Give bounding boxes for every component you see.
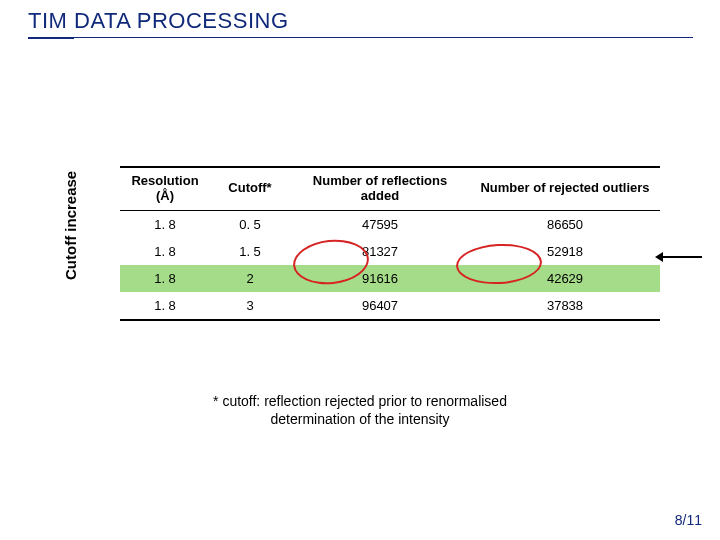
- col-header-cutoff: Cutoff*: [210, 167, 290, 210]
- table-header-row: Resolution (Å) Cutoff* Number of reflect…: [120, 167, 660, 210]
- cell-cutoff: 1. 5: [210, 238, 290, 265]
- table-row: 1. 829161642629: [120, 265, 660, 292]
- cell-resolution: 1. 8: [120, 238, 210, 265]
- title-rule-short: [28, 37, 74, 39]
- cell-rejected: 52918: [470, 238, 660, 265]
- cell-resolution: 1. 8: [120, 292, 210, 320]
- table-row: 1. 81. 58132752918: [120, 238, 660, 265]
- cell-added: 96407: [290, 292, 470, 320]
- table-row: 1. 839640737838: [120, 292, 660, 320]
- title-rule: [28, 37, 693, 38]
- cell-added: 91616: [290, 265, 470, 292]
- cell-resolution: 1. 8: [120, 210, 210, 238]
- col-header-rejected: Number of rejected outliers: [470, 167, 660, 210]
- cell-rejected: 42629: [470, 265, 660, 292]
- col-header-resolution: Resolution (Å): [120, 167, 210, 210]
- col-header-added: Number of reflections added: [290, 167, 470, 210]
- cell-rejected: 86650: [470, 210, 660, 238]
- data-table: Resolution (Å) Cutoff* Number of reflect…: [120, 166, 660, 321]
- cell-cutoff: 3: [210, 292, 290, 320]
- footnote: * cutoff: reflection rejected prior to r…: [175, 392, 545, 428]
- cell-added: 47595: [290, 210, 470, 238]
- table-row: 1. 80. 54759586650: [120, 210, 660, 238]
- cell-rejected: 37838: [470, 292, 660, 320]
- cell-cutoff: 2: [210, 265, 290, 292]
- cell-cutoff: 0. 5: [210, 210, 290, 238]
- cell-resolution: 1. 8: [120, 265, 210, 292]
- cell-added: 81327: [290, 238, 470, 265]
- vertical-axis-label: Cutoff increase: [62, 171, 79, 280]
- annotation-arrow-icon: [658, 256, 702, 258]
- page-title: TIM DATA PROCESSING: [28, 8, 289, 34]
- page-number: 8/11: [675, 512, 702, 528]
